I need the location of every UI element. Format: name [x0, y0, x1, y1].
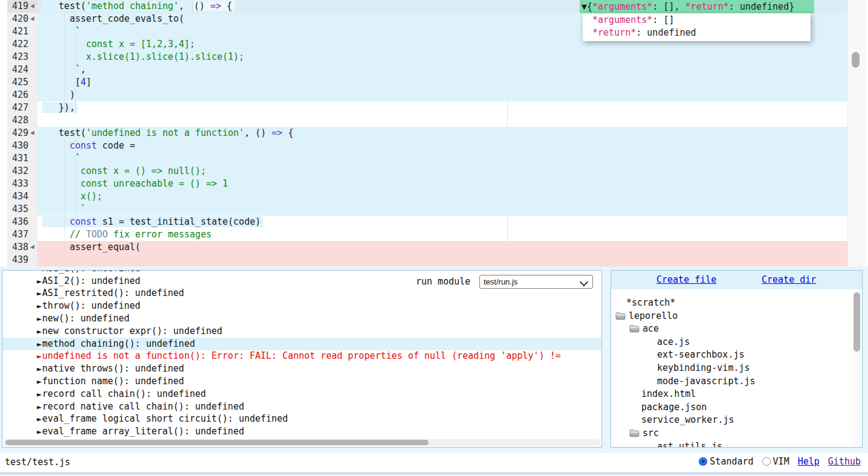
fold-arrow-icon[interactable]: [30, 130, 36, 136]
expand-arrow-icon[interactable]: ►: [37, 339, 42, 349]
file-tree-item[interactable]: keybinding-vim.js: [657, 362, 750, 374]
expand-arrow-icon[interactable]: ►: [37, 327, 42, 336]
fold-arrow-icon[interactable]: [30, 245, 36, 250]
code-line-text: const s1 = test_initial_state(code): [37, 216, 263, 228]
expand-arrow-icon[interactable]: ►: [37, 402, 42, 411]
test-result-text: ASI_2(): undefined: [42, 275, 141, 286]
test-result-row[interactable]: ►record native call chain(): undefined: [2, 400, 601, 413]
expand-arrow-icon[interactable]: ►: [37, 390, 42, 399]
line-number: 429: [7, 127, 37, 140]
file-tree-item[interactable]: ast_utils.js: [657, 440, 722, 448]
current-file-label: test/test.js: [5, 457, 70, 468]
code-line[interactable]: `: [37, 152, 847, 165]
line-number: 432: [7, 165, 37, 178]
fold-arrow-icon[interactable]: [30, 4, 36, 9]
inspector-value-header[interactable]: ▼{*arguments*: [], *return*: undefined}: [580, 0, 814, 13]
test-result-row[interactable]: ►record call chain(): undefined: [2, 388, 601, 400]
file-tree-item[interactable]: ext-searchbox.js: [657, 349, 745, 361]
test-result-row[interactable]: ►new(): undefined: [2, 312, 601, 325]
test-result-row[interactable]: ►eval_frame array_literal(): undefined: [2, 425, 601, 438]
code-line[interactable]: const unreachable = () => 1: [37, 178, 847, 190]
run-module-select[interactable]: test/run.js: [479, 275, 593, 289]
code-line[interactable]: const x = () => null();: [37, 165, 847, 178]
expand-arrow-icon[interactable]: ►: [37, 414, 42, 423]
expand-arrow-icon[interactable]: ►: [37, 364, 42, 373]
file-tree-item[interactable]: ace.js: [657, 336, 690, 348]
scrollbar-thumb[interactable]: [853, 292, 860, 352]
scrollbar-thumb[interactable]: [5, 440, 429, 445]
line-number: 436: [7, 216, 37, 228]
line-number: 428: [7, 114, 37, 127]
inspector-entry[interactable]: *arguments*: []: [583, 14, 811, 27]
code-token: : undefined: [636, 27, 696, 38]
expand-arrow-icon[interactable]: ►: [37, 427, 42, 436]
code-line[interactable]: [37, 114, 847, 127]
code-token: *return*: [587, 27, 636, 38]
github-link[interactable]: Github: [828, 456, 861, 467]
radio-unselected-icon[interactable]: [762, 457, 771, 466]
test-result-row[interactable]: ►ASI_restrited(): undefined: [2, 287, 601, 300]
code-line[interactable]: x();: [37, 190, 847, 203]
help-link[interactable]: Help: [798, 456, 820, 467]
expand-arrow-icon[interactable]: ►: [37, 277, 42, 286]
code-token: ▼{: [581, 1, 592, 12]
code-line[interactable]: const code =: [37, 140, 847, 152]
fold-arrow-icon[interactable]: [30, 16, 36, 22]
file-name: *scratch*: [626, 297, 675, 308]
code-line[interactable]: x.slice(1).slice(1).slice(1);: [37, 51, 847, 63]
radio-selected-icon[interactable]: [699, 457, 707, 466]
inspector-entry[interactable]: *return*: undefined: [583, 27, 811, 39]
file-tree-item[interactable]: mode-javascript.js: [657, 375, 756, 387]
keybinding-standard-option[interactable]: Standard: [699, 456, 753, 467]
indent-guide: [75, 140, 76, 254]
test-result-row[interactable]: ►native throws(): undefined: [2, 362, 601, 375]
scrollbar-thumb[interactable]: [852, 52, 860, 68]
code-line[interactable]: }),: [37, 101, 847, 114]
test-result-row[interactable]: ►eval_frame logical short circuit(): und…: [2, 413, 601, 425]
code-line[interactable]: // TODO fix error messages: [37, 228, 847, 241]
code-line[interactable]: [4]: [37, 76, 847, 89]
expand-arrow-icon[interactable]: ►: [37, 352, 42, 361]
test-result-row[interactable]: ►function name(): undefined: [2, 375, 601, 388]
keybinding-vim-option[interactable]: VIM: [762, 456, 789, 467]
expand-arrow-icon[interactable]: ►: [37, 289, 42, 298]
bottom-edge-strip: [0, 472, 868, 474]
code-line[interactable]: assert_equal(: [37, 241, 847, 254]
expand-arrow-icon[interactable]: ►: [37, 270, 42, 273]
code-line[interactable]: [37, 254, 847, 266]
code-token: ]: [86, 77, 91, 88]
file-tree-item[interactable]: *scratch*: [626, 297, 675, 309]
code-line[interactable]: ): [37, 89, 847, 101]
code-token: 4: [80, 77, 86, 88]
log-horizontal-scrollbar[interactable]: [4, 439, 600, 446]
code-line[interactable]: `: [37, 203, 847, 216]
code-token: [42, 140, 70, 151]
file-tree-item[interactable]: leporello: [615, 310, 678, 322]
test-result-row[interactable]: ►throw(): undefined: [2, 300, 601, 312]
tree-vertical-scrollbar[interactable]: [852, 290, 861, 446]
code-token: : [],: [652, 1, 685, 12]
file-tree-item[interactable]: package.json: [641, 401, 707, 413]
line-number: 422: [7, 38, 37, 51]
code-token: : []: [652, 14, 674, 25]
code-line[interactable]: const s1 = test_initial_state(code): [37, 216, 847, 228]
test-result-row[interactable]: ►method chaining(): undefined: [2, 338, 601, 350]
file-tree-item[interactable]: service_worker.js: [641, 414, 734, 426]
code-line[interactable]: `,: [37, 63, 847, 76]
line-number: 426: [7, 89, 37, 101]
expand-arrow-icon[interactable]: ►: [37, 377, 42, 386]
code-token: test(: [42, 127, 86, 138]
create-dir-link[interactable]: Create dir: [762, 274, 816, 285]
code-line[interactable]: test('undefined is not a function', () =…: [37, 127, 847, 140]
create-file-link[interactable]: Create file: [656, 274, 716, 285]
code-token: const x = () => null();: [42, 166, 206, 176]
status-bar-controls: Standard VIM Help Github: [699, 456, 861, 467]
file-tree-item[interactable]: index.html: [641, 388, 696, 400]
expand-arrow-icon[interactable]: ►: [37, 314, 42, 323]
test-result-row[interactable]: ►new constructor expr(): undefined: [2, 325, 601, 338]
expand-arrow-icon[interactable]: ►: [37, 301, 42, 310]
editor-vertical-scrollbar[interactable]: [847, 0, 866, 266]
file-tree-item[interactable]: ace: [629, 323, 659, 335]
file-tree-item[interactable]: src: [629, 427, 659, 439]
test-result-row[interactable]: ►undefined is not a function(): Error: F…: [2, 350, 601, 362]
